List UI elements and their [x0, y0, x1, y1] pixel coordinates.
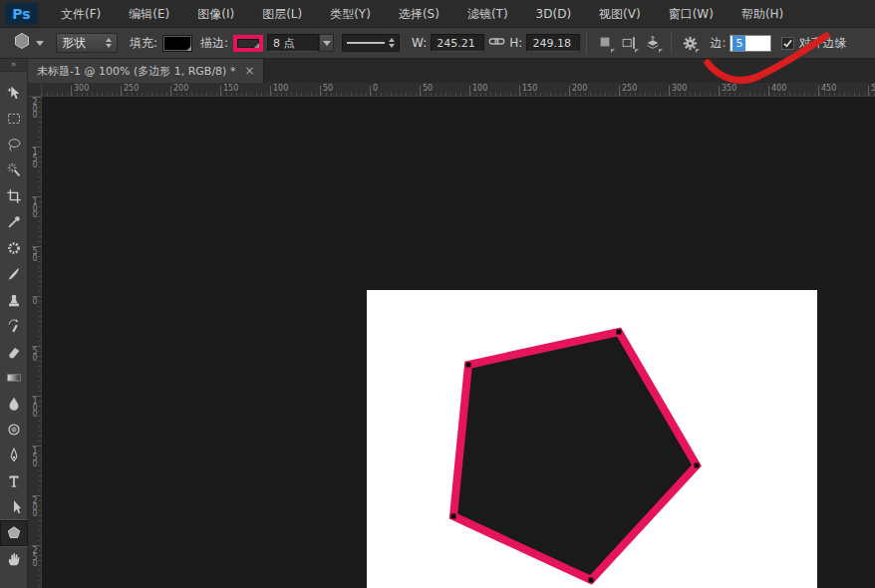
updown-arrows-icon: [389, 38, 395, 48]
ruler-tick: [220, 86, 221, 96]
stroke-color-swatch[interactable]: [233, 35, 263, 52]
sides-input[interactable]: 5: [729, 35, 771, 52]
solid-line-icon: [347, 42, 385, 44]
ruler-tick: [768, 86, 769, 96]
eyedropper-tool[interactable]: [0, 209, 28, 235]
lasso-tool[interactable]: [0, 132, 28, 157]
menu-bar: Ps 文件(F)编辑(E)图像(I)图层(L)类型(Y)选择(S)滤镜(T)3D…: [0, 0, 875, 28]
ruler-left[interactable]: 2 0 01 5 01 0 05 005 01 0 01 5 02 0 02 5…: [28, 97, 42, 588]
crop-tool[interactable]: [0, 183, 28, 209]
ruler-label: 2 5 0: [28, 548, 42, 568]
path-arrangement-button[interactable]: [641, 31, 665, 55]
chevron-down-icon: [696, 49, 700, 53]
ruler-label: 300: [672, 84, 687, 93]
fill-color-swatch[interactable]: [162, 35, 192, 52]
tool-mode-value: 形状: [62, 35, 86, 52]
path-selection-tool[interactable]: [0, 494, 28, 520]
ruler-tick: [719, 86, 720, 96]
shape-tool[interactable]: [0, 520, 28, 546]
ruler-top[interactable]: 3002502001501005005010015020025030035040…: [42, 83, 875, 97]
ruler-tick: [170, 86, 171, 96]
sides-label: 边:: [710, 35, 726, 52]
ruler-tick: [669, 86, 670, 96]
menu-item-view[interactable]: 视图(V): [585, 0, 655, 28]
width-label: W:: [412, 36, 427, 50]
shape-settings-gear-button[interactable]: [678, 31, 702, 55]
ruler-label: 200: [572, 84, 587, 93]
shape-width-field[interactable]: 245.21: [431, 34, 484, 52]
ruler-tick: [71, 86, 72, 96]
type-tool[interactable]: [0, 468, 28, 494]
menu-item-file[interactable]: 文件(F): [47, 0, 115, 28]
gradient-tool[interactable]: [0, 365, 28, 391]
menu-item-image[interactable]: 图像(I): [183, 0, 248, 28]
menu-item-type[interactable]: 类型(Y): [316, 0, 385, 28]
sides-value-selected: 5: [732, 36, 745, 51]
ruler-label: 400: [771, 84, 786, 93]
magic-wand-tool[interactable]: [0, 157, 28, 183]
fill-label: 填充:: [130, 35, 157, 52]
ruler-tick: [121, 86, 122, 96]
ruler-label: 0: [373, 84, 378, 93]
shape-height-field[interactable]: 249.18: [526, 34, 580, 52]
ruler-tick: [420, 86, 421, 96]
menu-bar-items: 文件(F)编辑(E)图像(I)图层(L)类型(Y)选择(S)滤镜(T)3D(D)…: [47, 0, 797, 27]
align-edges-checkbox[interactable]: [781, 37, 794, 50]
close-tab-icon[interactable]: ×: [244, 66, 254, 76]
ruler-tick: [868, 86, 869, 96]
marquee-tool[interactable]: [0, 106, 28, 132]
stroke-width-field[interactable]: 8 点: [267, 34, 319, 52]
shape-width-value: 245.21: [437, 37, 475, 50]
menu-item-edit[interactable]: 编辑(E): [115, 0, 183, 28]
ruler-label: 50: [423, 84, 433, 93]
collapse-panel-icon[interactable]: »: [0, 59, 27, 72]
ruler-tick: [270, 86, 271, 96]
updown-arrows-icon: [106, 38, 112, 48]
eraser-tool[interactable]: [0, 339, 28, 365]
divider: [586, 32, 587, 54]
menu-item-select[interactable]: 选择(S): [385, 0, 453, 28]
menu-item-filter[interactable]: 滤镜(T): [453, 0, 522, 28]
pen-tool[interactable]: [0, 442, 28, 468]
photoshop-logo: Ps: [5, 3, 38, 25]
menu-item-3d[interactable]: 3D(D): [522, 0, 585, 28]
ruler-tick: [519, 86, 520, 96]
shape-height-value: 249.18: [532, 37, 571, 50]
clone-stamp-tool[interactable]: [0, 287, 28, 313]
ruler-tick: [818, 86, 819, 96]
healing-brush-tool[interactable]: [0, 235, 28, 261]
height-label: H:: [509, 36, 522, 50]
menu-item-window[interactable]: 窗口(W): [655, 0, 728, 28]
ruler-label: 0: [28, 299, 42, 306]
hand-tool[interactable]: [0, 546, 28, 572]
ruler-label: 450: [821, 84, 836, 93]
ruler-tick: [370, 86, 371, 96]
ruler-label: 2 0 0: [28, 100, 42, 120]
link-dimensions-icon[interactable]: [488, 33, 505, 54]
stroke-type-dropdown[interactable]: [342, 34, 400, 52]
path-alignment-button[interactable]: [617, 31, 641, 55]
history-brush-tool[interactable]: [0, 313, 28, 339]
stroke-width-dropdown-button[interactable]: [319, 34, 334, 52]
brush-tool[interactable]: [0, 261, 28, 287]
move-tool[interactable]: [0, 80, 28, 106]
path-operations-button[interactable]: [593, 31, 617, 55]
document-tab[interactable]: 未标题-1 @ 100% (多边形 1, RGB/8) * ×: [28, 59, 264, 83]
dodge-tool[interactable]: [0, 417, 28, 442]
pasteboard: [42, 97, 875, 588]
blur-tool[interactable]: [0, 391, 28, 417]
ruler-label: 5 0: [28, 349, 42, 362]
tool-column: [0, 80, 27, 572]
ruler-tick: [619, 86, 620, 96]
ruler-label: 100: [472, 84, 487, 93]
tool-preset-button[interactable]: [12, 31, 44, 55]
tool-mode-dropdown[interactable]: 形状: [56, 33, 118, 53]
chevron-down-icon: [323, 41, 331, 46]
ruler-label: 200: [173, 84, 188, 93]
menu-item-layer[interactable]: 图层(L): [248, 0, 316, 28]
ruler-label: 2 0 0: [28, 498, 42, 518]
ruler-tick: [320, 86, 321, 96]
ruler-label: 150: [223, 84, 238, 93]
menu-item-help[interactable]: 帮助(H): [728, 0, 797, 28]
chevron-down-icon: [611, 49, 615, 53]
